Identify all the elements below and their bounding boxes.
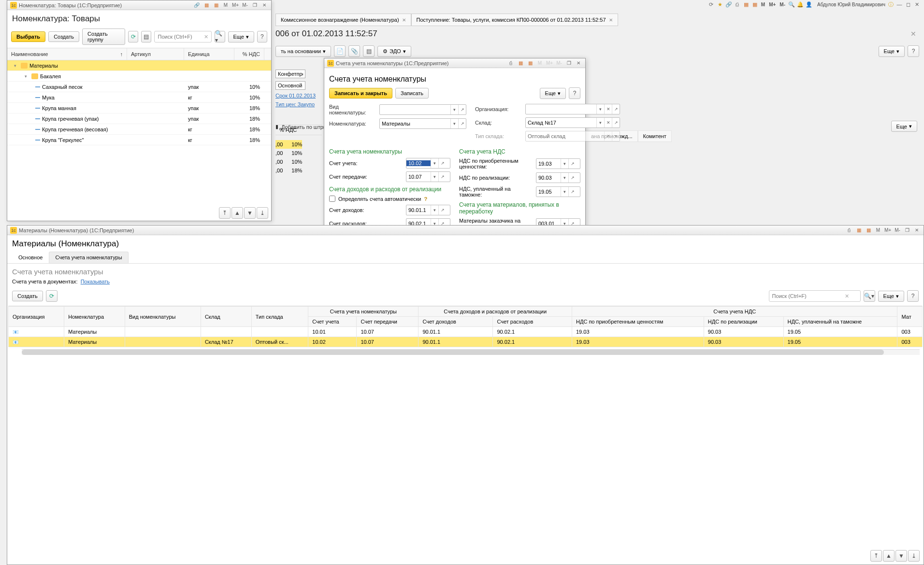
table-row[interactable]: Мукакг10%: [7, 92, 271, 103]
close-icon[interactable]: ✕: [910, 30, 916, 38]
nds-customs-input[interactable]: ▾↗: [536, 186, 580, 197]
chevron-down-icon[interactable]: ▾: [431, 172, 438, 182]
chevron-down-icon[interactable]: ▾: [450, 105, 458, 114]
chevron-down-icon[interactable]: ▾: [431, 205, 438, 215]
refresh-icon[interactable]: ⟳: [46, 290, 58, 302]
mem-mplus[interactable]: M+: [884, 227, 892, 234]
scrollbar-thumb[interactable]: [22, 350, 884, 355]
account-input[interactable]: ▾↗: [406, 158, 450, 169]
file-icon[interactable]: 📄: [334, 45, 346, 57]
col-group-nds[interactable]: Счета учета НДС: [572, 307, 897, 317]
table-row[interactable]: Крупа гречневая (упак)упак18%: [7, 113, 271, 124]
table-row[interactable]: ,0018%: [275, 166, 302, 175]
search-field[interactable]: [155, 34, 201, 40]
more-button[interactable]: Еще ▾: [891, 121, 917, 132]
open-icon[interactable]: ↗: [458, 105, 466, 114]
help-icon[interactable]: ?: [908, 45, 919, 57]
transfer-input[interactable]: ▾↗: [406, 171, 450, 182]
open-icon[interactable]: ↗: [568, 173, 576, 183]
tab-accounts[interactable]: Счета учета номенклатуры: [49, 252, 128, 263]
search-input[interactable]: ✕: [154, 31, 212, 42]
nom-input[interactable]: ▾↗: [379, 118, 466, 129]
calendar-icon[interactable]: ▦: [751, 1, 758, 8]
table-row[interactable]: ,0010%: [275, 157, 302, 166]
chevron-down-icon[interactable]: ▾: [596, 104, 604, 114]
print-icon[interactable]: ⎙: [507, 60, 515, 67]
col-wtype[interactable]: Тип склада: [251, 307, 308, 327]
calc-icon[interactable]: ▦: [855, 227, 863, 234]
search-icon[interactable]: 🔍▾: [215, 31, 225, 42]
table-row[interactable]: Сахарный песокупак10%: [7, 82, 271, 92]
mem-mminus[interactable]: M-: [555, 60, 563, 67]
mem-mminus[interactable]: M-: [241, 2, 249, 9]
table-row[interactable]: 📧Материалы10.0110.0790.01.190.02.119.039…: [9, 327, 923, 337]
open-icon[interactable]: ↗: [568, 187, 576, 197]
col-mat[interactable]: Мат: [897, 307, 923, 327]
clear-icon[interactable]: ✕: [604, 131, 612, 141]
create-group-button[interactable]: Создать группу: [82, 28, 125, 45]
open-icon[interactable]: ↗: [438, 158, 446, 168]
col-nds-sale[interactable]: НДС по реализации: [704, 317, 783, 327]
mem-m[interactable]: M: [874, 227, 882, 234]
report-icon[interactable]: ▤: [363, 45, 375, 57]
list-icon[interactable]: ▤: [141, 31, 151, 42]
search-field[interactable]: [769, 293, 842, 299]
refresh-icon[interactable]: ⟳: [128, 31, 138, 42]
clear-icon[interactable]: ✕: [842, 293, 852, 299]
table-row[interactable]: ,0010%: [275, 140, 302, 149]
help-icon[interactable]: ?: [907, 290, 919, 302]
table-row[interactable]: ,0010%: [275, 149, 302, 157]
col-group-accounts[interactable]: Счета учета номенклатуры: [308, 307, 419, 317]
more-button[interactable]: Еще ▾: [878, 291, 904, 302]
chevron-down-icon[interactable]: ▾: [450, 119, 458, 128]
org-input[interactable]: ▾✕↗: [525, 104, 620, 114]
restore-icon[interactable]: ❐: [903, 227, 911, 234]
calc-icon[interactable]: ▦: [517, 60, 524, 67]
mem-mminus[interactable]: M-: [779, 2, 786, 7]
help-icon[interactable]: ?: [424, 196, 428, 202]
col-nds[interactable]: % НДС: [275, 125, 301, 135]
titlebar[interactable]: 1c Номенклатура: Товары (1С:Предприятие)…: [7, 0, 271, 10]
close-icon[interactable]: ✕: [575, 60, 582, 67]
edo-button[interactable]: ⚙ ЭДО ▾: [377, 46, 411, 57]
chevron-down-icon[interactable]: ▾: [561, 187, 568, 197]
table-row[interactable]: Крупа гречневая (весовая)кг18%: [7, 124, 271, 135]
show-link[interactable]: Показывать: [81, 279, 110, 284]
calc-icon[interactable]: ▦: [202, 2, 210, 9]
create-button[interactable]: Создать: [12, 291, 43, 301]
clear-icon[interactable]: ✕: [604, 104, 612, 114]
nav-bottom-icon[interactable]: ⤓: [257, 207, 268, 219]
col-kind[interactable]: Вид номенклатуры: [125, 307, 201, 327]
table-row[interactable]: ▾ Материалы: [7, 60, 271, 71]
table-row[interactable]: ▾ Бакалея: [7, 71, 271, 82]
col-comitent[interactable]: Комитент: [638, 130, 672, 142]
close-icon[interactable]: ✕: [913, 227, 921, 234]
open-icon[interactable]: ↗: [568, 159, 576, 169]
more-button[interactable]: Еще ▾: [540, 88, 566, 99]
select-button[interactable]: Выбрать: [11, 31, 45, 42]
open-icon[interactable]: ↗: [612, 118, 620, 127]
nav-bottom-icon[interactable]: ⤓: [908, 550, 920, 562]
col-org[interactable]: Организация: [9, 307, 64, 327]
col-transfer[interactable]: Счет передачи: [357, 317, 419, 327]
close-icon[interactable]: ✕: [609, 17, 613, 23]
mem-mplus[interactable]: M+: [546, 60, 553, 67]
col-expense[interactable]: Счет расходов: [493, 317, 572, 327]
based-on-button[interactable]: ть на основании ▾: [275, 46, 331, 57]
table-row[interactable]: Крупа маннаяупак18%: [7, 103, 271, 113]
col-article[interactable]: Артикул: [127, 48, 184, 60]
chevron-down-icon[interactable]: ▾: [596, 118, 604, 127]
maximize-icon[interactable]: ◻: [905, 1, 911, 8]
open-icon[interactable]: ↗: [612, 104, 620, 114]
mem-mplus[interactable]: M+: [231, 2, 239, 9]
price-type-link[interactable]: Тип цен: Закупо: [275, 101, 315, 107]
calendar-icon[interactable]: ▦: [865, 227, 872, 234]
clear-icon[interactable]: ✕: [201, 34, 211, 40]
titlebar[interactable]: 1c Счета учета номенклатуры (1С:Предприя…: [324, 58, 585, 68]
nav-down-icon[interactable]: ▼: [244, 207, 256, 219]
link-icon[interactable]: 🔗: [193, 2, 201, 9]
mem-m[interactable]: M: [760, 2, 766, 7]
refresh-icon[interactable]: ⟳: [708, 1, 715, 8]
calendar-icon[interactable]: ▦: [212, 2, 220, 9]
nav-down-icon[interactable]: ▼: [895, 550, 907, 562]
